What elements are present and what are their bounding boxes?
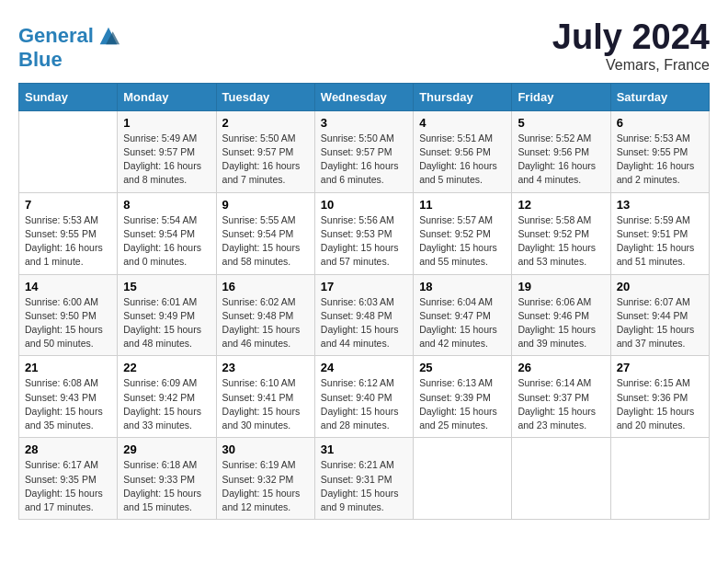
- calendar-cell: 29Sunrise: 6:18 AMSunset: 9:33 PMDayligh…: [118, 438, 216, 520]
- calendar-cell: 9Sunrise: 5:55 AMSunset: 9:54 PMDaylight…: [216, 192, 314, 274]
- day-info: Sunrise: 6:14 AMSunset: 9:37 PMDaylight:…: [518, 376, 604, 432]
- day-number: 23: [222, 361, 309, 374]
- day-number: 2: [222, 116, 309, 130]
- day-info: Sunrise: 6:00 AMSunset: 9:50 PMDaylight:…: [25, 295, 111, 351]
- main-title: July 2024: [552, 18, 710, 57]
- calendar-cell: 25Sunrise: 6:13 AMSunset: 9:39 PMDayligh…: [414, 356, 512, 438]
- day-number: 1: [123, 116, 210, 130]
- day-number: 18: [419, 280, 506, 293]
- day-info: Sunrise: 6:17 AMSunset: 9:35 PMDaylight:…: [25, 458, 111, 514]
- calendar-cell: 15Sunrise: 6:01 AMSunset: 9:49 PMDayligh…: [118, 274, 216, 356]
- day-number: 7: [25, 198, 111, 212]
- day-info: Sunrise: 5:58 AMSunset: 9:52 PMDaylight:…: [518, 213, 604, 270]
- day-number: 6: [617, 116, 703, 130]
- calendar-cell: 13Sunrise: 5:59 AMSunset: 9:51 PMDayligh…: [610, 192, 709, 274]
- day-number: 21: [25, 361, 111, 374]
- calendar-cell: 1Sunrise: 5:49 AMSunset: 9:57 PMDaylight…: [118, 110, 216, 192]
- calendar-table: SundayMondayTuesdayWednesdayThursdayFrid…: [18, 83, 710, 520]
- calendar-cell: [610, 438, 709, 520]
- day-number: 12: [518, 198, 604, 212]
- day-info: Sunrise: 5:51 AMSunset: 9:56 PMDaylight:…: [419, 132, 506, 188]
- day-number: 28: [25, 442, 111, 456]
- calendar-cell: 20Sunrise: 6:07 AMSunset: 9:44 PMDayligh…: [610, 274, 709, 356]
- day-number: 25: [419, 361, 506, 374]
- day-number: 14: [25, 280, 111, 293]
- calendar-cell: 2Sunrise: 5:50 AMSunset: 9:57 PMDaylight…: [216, 110, 314, 192]
- subtitle: Vemars, France: [552, 57, 710, 74]
- week-row-1: 1Sunrise: 5:49 AMSunset: 9:57 PMDaylight…: [19, 110, 710, 192]
- logo: General Blue: [18, 23, 121, 71]
- calendar-cell: 6Sunrise: 5:53 AMSunset: 9:55 PMDaylight…: [610, 110, 709, 192]
- day-info: Sunrise: 5:50 AMSunset: 9:57 PMDaylight:…: [222, 132, 309, 188]
- calendar-cell: [414, 438, 512, 520]
- calendar-cell: [512, 438, 610, 520]
- day-info: Sunrise: 5:56 AMSunset: 9:53 PMDaylight:…: [321, 213, 407, 270]
- calendar-cell: 16Sunrise: 6:02 AMSunset: 9:48 PMDayligh…: [216, 274, 314, 356]
- day-info: Sunrise: 6:02 AMSunset: 9:48 PMDaylight:…: [222, 295, 309, 351]
- week-row-4: 21Sunrise: 6:08 AMSunset: 9:43 PMDayligh…: [19, 356, 710, 438]
- day-number: 9: [222, 198, 309, 212]
- day-info: Sunrise: 6:07 AMSunset: 9:44 PMDaylight:…: [617, 295, 703, 351]
- day-info: Sunrise: 5:49 AMSunset: 9:57 PMDaylight:…: [123, 132, 210, 188]
- day-info: Sunrise: 5:53 AMSunset: 9:55 PMDaylight:…: [617, 132, 703, 188]
- day-info: Sunrise: 6:04 AMSunset: 9:47 PMDaylight:…: [419, 295, 506, 351]
- weekday-header-tuesday: Tuesday: [216, 83, 314, 110]
- day-info: Sunrise: 5:59 AMSunset: 9:51 PMDaylight:…: [617, 213, 703, 270]
- weekday-header-sunday: Sunday: [19, 83, 118, 110]
- calendar-cell: 27Sunrise: 6:15 AMSunset: 9:36 PMDayligh…: [610, 356, 709, 438]
- weekday-header-friday: Friday: [512, 83, 610, 110]
- day-info: Sunrise: 6:06 AMSunset: 9:46 PMDaylight:…: [518, 295, 604, 351]
- day-number: 8: [123, 198, 210, 212]
- calendar-cell: 31Sunrise: 6:21 AMSunset: 9:31 PMDayligh…: [314, 438, 413, 520]
- day-info: Sunrise: 6:03 AMSunset: 9:48 PMDaylight:…: [321, 295, 407, 351]
- day-info: Sunrise: 6:13 AMSunset: 9:39 PMDaylight:…: [419, 376, 506, 432]
- day-number: 10: [321, 198, 407, 212]
- day-number: 5: [518, 116, 604, 130]
- title-block: July 2024 Vemars, France: [552, 18, 710, 74]
- calendar-cell: 28Sunrise: 6:17 AMSunset: 9:35 PMDayligh…: [19, 438, 118, 520]
- day-info: Sunrise: 6:08 AMSunset: 9:43 PMDaylight:…: [25, 376, 111, 432]
- day-info: Sunrise: 5:50 AMSunset: 9:57 PMDaylight:…: [321, 132, 407, 188]
- day-number: 11: [419, 198, 506, 212]
- logo-icon: [96, 23, 121, 49]
- day-info: Sunrise: 6:01 AMSunset: 9:49 PMDaylight:…: [123, 295, 210, 351]
- calendar-cell: 8Sunrise: 5:54 AMSunset: 9:54 PMDaylight…: [118, 192, 216, 274]
- weekday-header-monday: Monday: [118, 83, 216, 110]
- day-info: Sunrise: 6:09 AMSunset: 9:42 PMDaylight:…: [123, 376, 210, 432]
- day-number: 17: [321, 280, 407, 293]
- day-info: Sunrise: 5:55 AMSunset: 9:54 PMDaylight:…: [222, 213, 309, 270]
- week-row-2: 7Sunrise: 5:53 AMSunset: 9:55 PMDaylight…: [19, 192, 710, 274]
- day-number: 16: [222, 280, 309, 293]
- day-info: Sunrise: 6:21 AMSunset: 9:31 PMDaylight:…: [321, 458, 407, 514]
- day-number: 3: [321, 116, 407, 130]
- calendar-cell: 14Sunrise: 6:00 AMSunset: 9:50 PMDayligh…: [19, 274, 118, 356]
- calendar-cell: 24Sunrise: 6:12 AMSunset: 9:40 PMDayligh…: [314, 356, 413, 438]
- calendar-cell: 5Sunrise: 5:52 AMSunset: 9:56 PMDaylight…: [512, 110, 610, 192]
- day-number: 4: [419, 116, 506, 130]
- calendar-cell: 17Sunrise: 6:03 AMSunset: 9:48 PMDayligh…: [314, 274, 413, 356]
- calendar-cell: 3Sunrise: 5:50 AMSunset: 9:57 PMDaylight…: [314, 110, 413, 192]
- calendar-cell: 10Sunrise: 5:56 AMSunset: 9:53 PMDayligh…: [314, 192, 413, 274]
- day-info: Sunrise: 6:12 AMSunset: 9:40 PMDaylight:…: [321, 376, 407, 432]
- calendar-cell: 11Sunrise: 5:57 AMSunset: 9:52 PMDayligh…: [414, 192, 512, 274]
- day-number: 29: [123, 442, 210, 456]
- calendar-cell: 22Sunrise: 6:09 AMSunset: 9:42 PMDayligh…: [118, 356, 216, 438]
- calendar-cell: 7Sunrise: 5:53 AMSunset: 9:55 PMDaylight…: [19, 192, 118, 274]
- day-info: Sunrise: 5:57 AMSunset: 9:52 PMDaylight:…: [419, 213, 506, 270]
- calendar-cell: 26Sunrise: 6:14 AMSunset: 9:37 PMDayligh…: [512, 356, 610, 438]
- day-info: Sunrise: 6:10 AMSunset: 9:41 PMDaylight:…: [222, 376, 309, 432]
- calendar-cell: 18Sunrise: 6:04 AMSunset: 9:47 PMDayligh…: [414, 274, 512, 356]
- calendar-cell: 4Sunrise: 5:51 AMSunset: 9:56 PMDaylight…: [414, 110, 512, 192]
- day-info: Sunrise: 6:19 AMSunset: 9:32 PMDaylight:…: [222, 458, 309, 514]
- logo-blue-text: Blue: [18, 49, 121, 71]
- page-header: General Blue July 2024 Vemars, France: [18, 18, 710, 74]
- calendar-cell: 30Sunrise: 6:19 AMSunset: 9:32 PMDayligh…: [216, 438, 314, 520]
- day-info: Sunrise: 6:15 AMSunset: 9:36 PMDaylight:…: [617, 376, 703, 432]
- calendar-cell: 21Sunrise: 6:08 AMSunset: 9:43 PMDayligh…: [19, 356, 118, 438]
- day-info: Sunrise: 5:53 AMSunset: 9:55 PMDaylight:…: [25, 213, 111, 270]
- week-row-3: 14Sunrise: 6:00 AMSunset: 9:50 PMDayligh…: [19, 274, 710, 356]
- weekday-header-saturday: Saturday: [610, 83, 709, 110]
- day-number: 19: [518, 280, 604, 293]
- day-number: 20: [617, 280, 703, 293]
- day-number: 24: [321, 361, 407, 374]
